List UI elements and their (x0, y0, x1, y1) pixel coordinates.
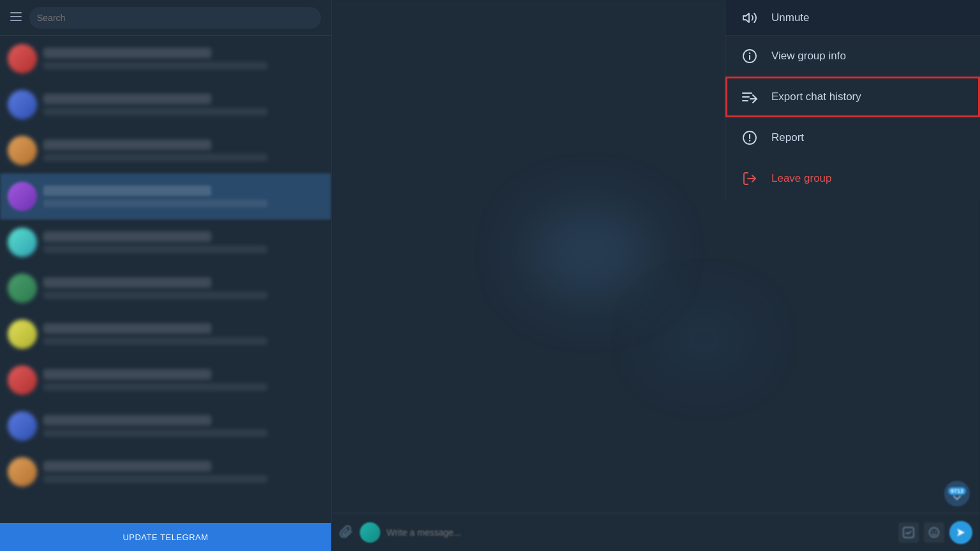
svg-point-9 (749, 52, 750, 54)
unread-count-badge: 9713 (948, 487, 966, 495)
avatar (8, 365, 37, 395)
chat-message (43, 62, 267, 70)
chat-message (43, 246, 267, 253)
menu-item-unmute[interactable]: Unmute (725, 0, 980, 36)
chat-name (43, 140, 211, 150)
chat-info (43, 186, 323, 207)
chat-name (43, 48, 211, 58)
menu-item-view-group-info[interactable]: View group info (725, 36, 980, 77)
sidebar: UPDATE TELEGRAM (0, 0, 332, 551)
context-menu: Unmute View group info (725, 0, 980, 199)
chat-name (43, 277, 211, 288)
search-bar[interactable] (29, 7, 321, 29)
list-item[interactable] (0, 173, 331, 219)
menu-item-leave-group[interactable]: Leave group (725, 158, 980, 199)
unmute-icon (741, 9, 759, 27)
menu-item-export-chat-history[interactable]: Export chat history (725, 77, 980, 117)
chat-info (43, 369, 323, 391)
info-circle-icon (741, 47, 759, 65)
chat-info (43, 48, 323, 70)
avatar (8, 90, 37, 119)
chat-info (43, 94, 323, 115)
chat-info (43, 231, 323, 253)
list-item[interactable] (0, 82, 331, 128)
svg-rect-1 (10, 16, 22, 17)
list-item[interactable] (0, 311, 331, 357)
background-decoration (526, 205, 654, 301)
chat-info (43, 323, 323, 345)
svg-rect-0 (10, 12, 22, 13)
update-telegram-bar[interactable]: UPDATE TELEGRAM (0, 523, 331, 551)
report-label: Report (771, 131, 804, 144)
chat-message (43, 383, 267, 391)
list-item[interactable] (0, 403, 331, 449)
chat-info (43, 277, 323, 299)
chat-info (43, 140, 323, 161)
svg-point-4 (930, 527, 939, 537)
leave-group-label: Leave group (771, 172, 832, 185)
chat-name (43, 323, 211, 334)
avatar (8, 457, 37, 487)
attach-icon[interactable] (339, 524, 353, 541)
chat-name (43, 186, 211, 196)
avatar (8, 44, 37, 73)
background-decoration (656, 307, 752, 371)
list-item[interactable] (0, 265, 331, 311)
avatar (8, 136, 37, 165)
chat-name (43, 461, 211, 471)
chat-info (43, 415, 323, 437)
app-container: UPDATE TELEGRAM (0, 0, 980, 551)
avatar (8, 228, 37, 257)
scroll-to-bottom-button[interactable]: 9713 (944, 481, 970, 506)
export-chat-history-label: Export chat history (771, 91, 861, 103)
svg-rect-3 (903, 527, 914, 538)
sidebar-header (0, 0, 331, 36)
chat-name (43, 231, 211, 242)
avatar (8, 411, 37, 441)
chat-message (43, 200, 267, 207)
svg-rect-2 (10, 20, 22, 21)
chat-message (43, 429, 267, 437)
list-item[interactable] (0, 219, 331, 265)
chat-name (43, 369, 211, 379)
export-icon (741, 88, 759, 106)
list-item[interactable] (0, 449, 331, 495)
chat-list (0, 36, 331, 523)
update-telegram-label: UPDATE TELEGRAM (122, 533, 208, 542)
list-item[interactable] (0, 357, 331, 403)
chat-message (43, 154, 267, 161)
chat-message (43, 108, 267, 115)
message-input[interactable] (387, 527, 892, 538)
input-actions (898, 521, 972, 544)
chat-message (43, 291, 267, 299)
list-item[interactable] (0, 36, 331, 82)
search-input[interactable] (37, 13, 313, 23)
svg-point-16 (749, 140, 750, 141)
user-avatar (360, 522, 380, 543)
hamburger-icon[interactable] (10, 11, 22, 24)
list-item[interactable] (0, 128, 331, 173)
send-button[interactable] (949, 521, 972, 544)
menu-item-report[interactable]: Report (725, 117, 980, 158)
svg-point-6 (935, 531, 937, 532)
svg-point-5 (932, 531, 933, 532)
avatar (8, 182, 37, 211)
sticker-button[interactable] (898, 522, 919, 543)
chat-message (43, 475, 267, 483)
avatar (8, 320, 37, 349)
chat-message (43, 337, 267, 345)
chat-info (43, 461, 323, 483)
avatar (8, 274, 37, 303)
view-group-info-label: View group info (771, 50, 846, 62)
chat-name (43, 94, 211, 104)
report-icon (741, 129, 759, 147)
chat-name (43, 415, 211, 425)
chat-input-area (332, 513, 980, 551)
emoji-button[interactable] (924, 522, 944, 543)
leave-icon (741, 170, 759, 187)
unmute-label: Unmute (771, 11, 810, 24)
